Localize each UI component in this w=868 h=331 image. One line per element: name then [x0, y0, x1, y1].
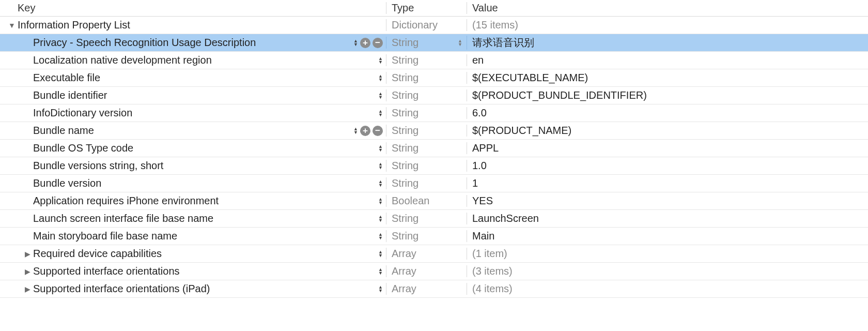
table-row[interactable]: Bundle version▲▼String1 — [0, 175, 868, 192]
row-key: Main storyboard file base name — [33, 230, 177, 242]
row-key: Supported interface orientations — [33, 265, 180, 277]
row-type: String — [392, 107, 419, 119]
row-key: Application requires iPhone environment — [33, 195, 219, 207]
row-value[interactable]: Main — [472, 230, 494, 242]
key-stepper-icon[interactable]: ▲▼ — [378, 145, 383, 152]
disclosure-down-icon[interactable]: ▼ — [7, 21, 17, 29]
row-type: Array — [392, 283, 416, 295]
row-value[interactable]: LaunchScreen — [472, 213, 539, 224]
header-type[interactable]: Type — [386, 2, 467, 14]
row-value[interactable]: YES — [472, 195, 493, 207]
table-row[interactable]: Bundle name▲▼+−String$(PRODUCT_NAME) — [0, 122, 868, 140]
row-type: String — [392, 160, 419, 172]
row-value[interactable]: 1.0 — [472, 160, 487, 172]
row-type: String — [392, 230, 419, 242]
table-row[interactable]: Bundle versions string, short▲▼String1.0 — [0, 157, 868, 175]
table-row[interactable]: ▶Supported interface orientations▲▼Array… — [0, 263, 868, 280]
table-row[interactable]: Launch screen interface file base name▲▼… — [0, 210, 868, 228]
key-stepper-icon[interactable]: ▲▼ — [378, 268, 383, 275]
key-stepper-icon[interactable]: ▲▼ — [378, 162, 383, 170]
table-row[interactable]: Executable file▲▼String$(EXECUTABLE_NAME… — [0, 69, 868, 87]
row-key: Supported interface orientations (iPad) — [33, 283, 210, 295]
key-stepper-icon[interactable]: ▲▼ — [353, 127, 358, 134]
row-key: Bundle identifier — [33, 89, 107, 101]
key-stepper-icon[interactable]: ▲▼ — [378, 180, 383, 187]
row-value[interactable]: (3 items) — [472, 265, 513, 277]
header-value[interactable]: Value — [467, 2, 868, 14]
column-headers: Key Type Value — [0, 0, 868, 17]
row-value[interactable]: $(PRODUCT_NAME) — [472, 125, 571, 137]
row-type: String — [392, 125, 419, 137]
row-value[interactable]: APPL — [472, 142, 499, 154]
table-row[interactable]: Bundle identifier▲▼String$(PRODUCT_BUNDL… — [0, 87, 868, 104]
key-stepper-icon[interactable]: ▲▼ — [378, 57, 383, 64]
row-type: String — [392, 72, 419, 84]
key-stepper-icon[interactable]: ▲▼ — [378, 74, 383, 82]
header-key[interactable]: Key — [0, 2, 386, 14]
row-key: Launch screen interface file base name — [33, 213, 213, 224]
row-key: Bundle versions string, short — [33, 160, 163, 172]
key-stepper-icon[interactable]: ▲▼ — [378, 233, 383, 240]
disclosure-right-icon[interactable]: ▶ — [23, 267, 32, 276]
row-value[interactable]: 6.0 — [472, 107, 487, 119]
row-key: Executable file — [33, 72, 100, 84]
key-stepper-icon[interactable]: ▲▼ — [378, 215, 383, 222]
row-value[interactable]: en — [472, 54, 484, 66]
row-value[interactable]: $(PRODUCT_BUNDLE_IDENTIFIER) — [472, 89, 647, 101]
row-key: Privacy - Speech Recognition Usage Descr… — [33, 37, 256, 49]
row-key: Required device capabilities — [33, 248, 162, 260]
add-row-button[interactable]: + — [360, 38, 370, 48]
row-value[interactable]: (4 items) — [472, 283, 513, 295]
key-stepper-icon[interactable]: ▲▼ — [378, 198, 383, 205]
disclosure-right-icon[interactable]: ▶ — [23, 250, 32, 258]
row-key: InfoDictionary version — [33, 107, 132, 119]
row-value[interactable]: 1 — [472, 177, 478, 189]
table-row[interactable]: Application requires iPhone environment▲… — [0, 192, 868, 210]
key-stepper-icon[interactable]: ▲▼ — [378, 110, 383, 117]
table-row[interactable]: Main storyboard file base name▲▼StringMa… — [0, 228, 868, 245]
row-type: String — [392, 177, 419, 189]
row-type: Boolean — [392, 195, 429, 207]
row-value[interactable]: $(EXECUTABLE_NAME) — [472, 72, 588, 84]
table-row[interactable]: ▶Supported interface orientations (iPad)… — [0, 280, 868, 298]
key-stepper-icon[interactable]: ▲▼ — [378, 285, 383, 293]
row-key: Bundle version — [33, 177, 101, 189]
row-type: String — [392, 37, 419, 49]
row-key: Bundle name — [33, 125, 94, 137]
key-stepper-icon[interactable]: ▲▼ — [378, 250, 383, 258]
row-type: String — [392, 213, 419, 224]
add-row-button[interactable]: + — [360, 126, 370, 136]
remove-row-button[interactable]: − — [373, 126, 383, 136]
plist-table: Key Type Value ▼ Information Property Li… — [0, 0, 868, 298]
disclosure-right-icon[interactable]: ▶ — [23, 285, 32, 293]
key-stepper-icon[interactable]: ▲▼ — [353, 39, 358, 47]
root-key: Information Property List — [18, 19, 130, 31]
table-row[interactable]: Privacy - Speech Recognition Usage Descr… — [0, 34, 868, 52]
table-row[interactable]: InfoDictionary version▲▼String6.0 — [0, 104, 868, 122]
row-value[interactable]: 请求语音识别 — [472, 36, 534, 50]
row-type: String — [392, 89, 419, 101]
remove-row-button[interactable]: − — [373, 38, 383, 48]
key-stepper-icon[interactable]: ▲▼ — [378, 92, 383, 99]
row-type: Array — [392, 248, 416, 260]
root-row[interactable]: ▼ Information Property List Dictionary (… — [0, 17, 868, 34]
row-type: String — [392, 142, 419, 154]
row-type: String — [392, 54, 419, 66]
root-value: (15 items) — [472, 19, 518, 31]
type-stepper-icon[interactable]: ▲▼ — [458, 39, 462, 47]
row-key: Bundle OS Type code — [33, 142, 133, 154]
row-value[interactable]: (1 item) — [472, 248, 507, 260]
table-row[interactable]: ▶Required device capabilities▲▼Array(1 i… — [0, 245, 868, 263]
table-row[interactable]: Localization native development region▲▼… — [0, 52, 868, 69]
row-type: Array — [392, 265, 416, 277]
row-key: Localization native development region — [33, 54, 212, 66]
table-row[interactable]: Bundle OS Type code▲▼StringAPPL — [0, 140, 868, 157]
root-type: Dictionary — [392, 19, 438, 31]
